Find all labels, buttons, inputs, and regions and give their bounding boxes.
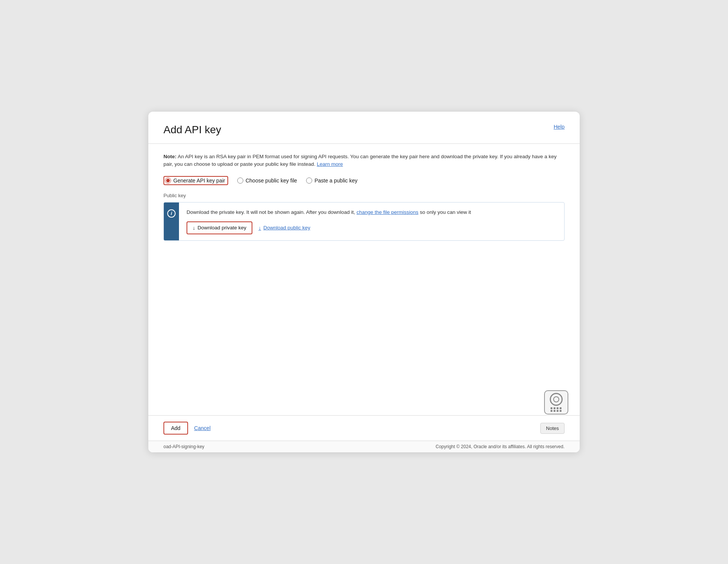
download-buttons: ↓ Download private key ↓ Download public… <box>187 221 557 234</box>
cancel-button[interactable]: Cancel <box>194 425 211 431</box>
note-content: An API key is an RSA key pair in PEM for… <box>163 154 557 167</box>
radio-choose-label: Choose public key file <box>246 178 297 184</box>
radio-paste-public-key[interactable]: Paste a public key <box>306 178 358 184</box>
helper-dots <box>551 407 562 412</box>
info-text-after: so only you can view it <box>418 209 471 215</box>
download-private-icon: ↓ <box>193 225 195 231</box>
add-button[interactable]: Add <box>163 422 188 435</box>
status-bar: oad-API-signing-key Copyright © 2024, Or… <box>148 441 580 452</box>
radio-generate-api-key[interactable]: Generate API key pair <box>163 176 228 185</box>
radio-paste-input[interactable] <box>306 178 312 184</box>
info-panel: i Download the private key. It will not … <box>163 202 565 241</box>
radio-paste-label: Paste a public key <box>314 178 358 184</box>
radio-group: Generate API key pair Choose public key … <box>163 176 565 185</box>
download-private-key-button[interactable]: ↓ Download private key <box>187 221 252 234</box>
dialog: Add API key Help Note: An API key is an … <box>148 112 580 452</box>
info-panel-content: Download the private key. It will not be… <box>179 203 564 240</box>
help-link[interactable]: Help <box>554 124 565 130</box>
dialog-footer: Add Cancel Notes <box>148 415 580 441</box>
helper-dot <box>551 407 552 409</box>
helper-dot <box>551 410 552 412</box>
note-text: Note: An API key is an RSA key pair in P… <box>163 153 565 168</box>
download-public-icon: ↓ <box>258 225 261 231</box>
copyright-text: Copyright © 2024, Oracle and/or its affi… <box>436 444 565 449</box>
helper-dot <box>560 410 562 412</box>
change-permissions-link[interactable]: change the file permissions <box>356 209 418 215</box>
radio-generate-input[interactable] <box>165 178 171 184</box>
helper-dot <box>560 407 562 409</box>
helper-dot <box>557 410 558 412</box>
helper-widget[interactable] <box>544 390 568 414</box>
notes-button[interactable]: Notes <box>540 423 565 434</box>
info-text-before: Download the private key. It will not be… <box>187 209 356 215</box>
radio-choose-input[interactable] <box>237 178 243 184</box>
download-private-label: Download private key <box>198 225 246 231</box>
helper-dot <box>554 407 555 409</box>
status-path: oad-API-signing-key <box>163 444 204 449</box>
dialog-title: Add API key <box>163 124 221 136</box>
learn-more-link[interactable]: Learn more <box>317 161 343 167</box>
info-icon: i <box>167 209 176 218</box>
dialog-body: Note: An API key is an RSA key pair in P… <box>148 144 580 415</box>
download-public-label: Download public key <box>263 225 310 231</box>
info-sidebar: i <box>164 203 179 240</box>
dialog-header: Add API key Help <box>148 112 580 144</box>
download-public-key-button[interactable]: ↓ Download public key <box>258 225 310 231</box>
public-key-label: Public key <box>163 193 565 198</box>
radio-generate-label: Generate API key pair <box>173 178 225 184</box>
note-bold: Note: <box>163 154 177 159</box>
info-panel-text: Download the private key. It will not be… <box>187 209 557 216</box>
helper-wheel-icon <box>550 393 563 406</box>
helper-dot <box>557 407 558 409</box>
radio-choose-public-key[interactable]: Choose public key file <box>237 178 297 184</box>
helper-dot <box>554 410 555 412</box>
